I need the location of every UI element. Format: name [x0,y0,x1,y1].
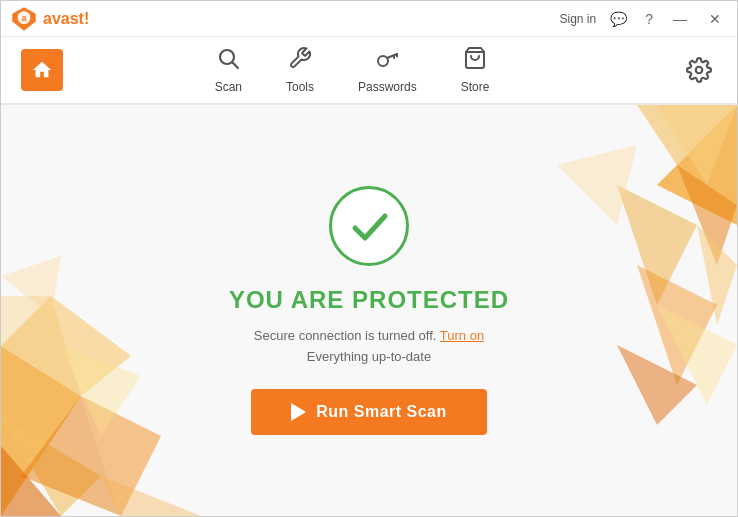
svg-point-10 [696,67,703,74]
chat-icon[interactable]: 💬 [606,9,631,29]
app-window: a avast! Sign in 💬 ? — ✕ [0,0,738,517]
titlebar-right: Sign in 💬 ? — ✕ [560,9,728,29]
avast-logo: a avast! [11,6,89,32]
scan-icon [216,46,240,76]
content-center: YOU ARE PROTECTED Secure connection is t… [229,186,509,436]
title-prefix: YOU ARE [229,286,352,313]
nav-item-scan[interactable]: Scan [193,38,264,102]
settings-icon [686,57,712,83]
status-line2: Everything up-to-date [307,349,431,364]
signin-link[interactable]: Sign in [560,12,597,26]
nav-item-store[interactable]: Store [439,38,512,102]
run-smart-scan-button[interactable]: Run Smart Scan [251,389,487,435]
svg-marker-31 [557,145,637,225]
svg-line-6 [387,54,397,58]
store-icon [463,46,487,76]
svg-line-4 [233,63,239,69]
svg-text:a: a [22,12,27,22]
close-button[interactable]: ✕ [703,9,727,29]
scan-button-label: Run Smart Scan [316,403,447,421]
status-lines: Secure connection is turned off. Turn on… [254,326,484,368]
nav-item-passwords[interactable]: Passwords [336,38,439,102]
title-highlight: PROTECTED [352,286,509,313]
passwords-label: Passwords [358,80,417,94]
decoration-right [557,105,737,425]
settings-button[interactable] [681,52,717,88]
main-content: YOU ARE PROTECTED Secure connection is t… [1,105,737,516]
minimize-button[interactable]: — [667,9,693,29]
protection-title: YOU ARE PROTECTED [229,286,509,314]
nav-items: Scan Tools [23,38,681,102]
checkmark-icon [345,202,393,250]
titlebar-left: a avast! [11,6,89,32]
store-label: Store [461,80,490,94]
scan-label: Scan [215,80,242,94]
tools-icon [288,46,312,76]
protection-status-circle [329,186,409,266]
turn-on-link[interactable]: Turn on [440,328,484,343]
navbar: Scan Tools [1,37,737,105]
decoration-left [1,196,201,516]
titlebar: a avast! Sign in 💬 ? — ✕ [1,1,737,37]
logo-text: avast! [43,10,89,28]
status-line1-prefix: Secure connection is turned off. [254,328,440,343]
tools-label: Tools [286,80,314,94]
play-icon [291,403,306,421]
avast-shield-icon: a [11,6,37,32]
nav-item-tools[interactable]: Tools [264,38,336,102]
passwords-icon [375,46,399,76]
help-icon[interactable]: ? [641,9,657,29]
